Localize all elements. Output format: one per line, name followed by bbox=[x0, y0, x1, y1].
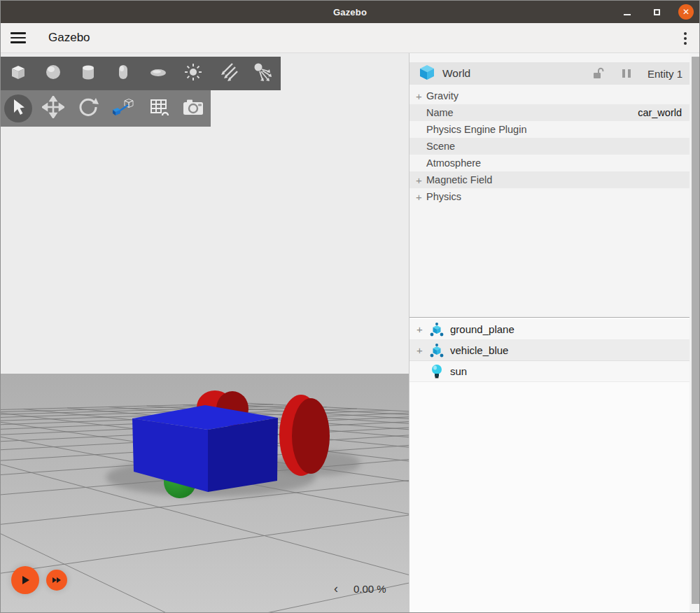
expand-plus-icon[interactable]: + bbox=[416, 344, 428, 356]
hamburger-icon bbox=[10, 32, 26, 34]
property-row: Scene bbox=[410, 138, 690, 155]
hamburger-menu-button[interactable] bbox=[10, 29, 29, 47]
property-label: Physics Engine Plugin bbox=[426, 124, 690, 135]
close-button[interactable]: ✕ bbox=[678, 4, 694, 20]
directional-light-tool-button[interactable] bbox=[211, 58, 246, 89]
spot-light-tool-button[interactable] bbox=[246, 58, 281, 89]
entity-label: ground_plane bbox=[450, 323, 514, 335]
property-label: Gravity bbox=[426, 90, 690, 101]
select-tool-button[interactable] bbox=[1, 93, 36, 124]
sphere-icon bbox=[43, 62, 64, 85]
property-row: +Physics bbox=[410, 188, 690, 205]
cylinder-tool-button[interactable] bbox=[71, 58, 106, 89]
entity-count-label: Entity 1 bbox=[648, 68, 682, 80]
property-list: +GravityNamecar_worldPhysics Engine Plug… bbox=[410, 87, 690, 205]
property-row: Namecar_world bbox=[410, 104, 690, 121]
step-button[interactable] bbox=[46, 570, 67, 591]
entity-label: vehicle_blue bbox=[450, 344, 508, 356]
rtf-indicator: ‹ 0.00 % bbox=[334, 582, 386, 595]
property-label: Name bbox=[426, 107, 638, 118]
select-icon bbox=[8, 97, 29, 120]
model-icon bbox=[428, 343, 446, 358]
spot-light-icon bbox=[251, 61, 275, 86]
titlebar: Gazebo ✕ bbox=[1, 1, 699, 23]
scene-3d-canvas[interactable] bbox=[1, 53, 409, 613]
shapes-toolbar bbox=[1, 57, 281, 90]
rotate-tool-button[interactable] bbox=[71, 93, 106, 124]
expand-plus-icon[interactable]: + bbox=[416, 191, 426, 203]
entity-tree-item-ground_plane[interactable]: +ground_plane bbox=[410, 319, 690, 340]
maximize-icon bbox=[654, 9, 660, 15]
light-bulb-icon bbox=[428, 363, 446, 380]
unlock-icon[interactable] bbox=[592, 66, 606, 80]
expand-plus-icon[interactable]: + bbox=[416, 90, 426, 102]
grid-icon bbox=[147, 96, 169, 121]
entity-tree: +ground_plane+vehicle_bluesun bbox=[410, 317, 690, 613]
screenshot-tool-button[interactable] bbox=[176, 93, 211, 124]
capsule-tool-button[interactable] bbox=[106, 58, 141, 89]
menubar: Gazebo bbox=[1, 23, 699, 53]
directional-light-icon bbox=[217, 61, 239, 86]
cylinder-icon bbox=[78, 62, 99, 85]
property-label: Atmosphere bbox=[426, 157, 690, 169]
minimize-icon bbox=[624, 14, 631, 15]
property-row: +Magnetic Field bbox=[410, 171, 690, 188]
scrollbar-thumb[interactable] bbox=[692, 57, 700, 604]
window-title: Gazebo bbox=[333, 7, 367, 17]
entity-label: sun bbox=[450, 365, 467, 377]
point-light-tool-button[interactable] bbox=[176, 58, 211, 89]
pause-icon[interactable] bbox=[621, 68, 632, 79]
ellipsoid-tool-button[interactable] bbox=[141, 58, 176, 89]
ellipsoid-icon bbox=[148, 62, 169, 85]
entity-tree-item-sun[interactable]: sun bbox=[410, 361, 690, 382]
inspector-title: World bbox=[442, 67, 592, 80]
chevron-left-icon[interactable]: ‹ bbox=[334, 582, 338, 595]
kebab-menu-button[interactable] bbox=[684, 23, 687, 53]
property-value: car_world bbox=[638, 107, 682, 118]
gazebo-window: Gazebo ✕ Gazebo bbox=[0, 0, 700, 613]
transform-toolbar bbox=[1, 90, 211, 127]
translate-icon bbox=[42, 96, 64, 121]
translate-tool-button[interactable] bbox=[36, 93, 71, 124]
app-title: Gazebo bbox=[48, 31, 90, 45]
kebab-icon bbox=[684, 32, 687, 35]
property-row: +Gravity bbox=[410, 87, 690, 104]
step-icon bbox=[52, 577, 62, 584]
world-panel: World Entity 1 +GravityNamecar_worldPhys… bbox=[409, 53, 690, 613]
play-icon bbox=[20, 575, 31, 586]
snap-icon bbox=[111, 96, 135, 121]
expand-plus-icon[interactable]: + bbox=[416, 323, 428, 335]
property-row: Atmosphere bbox=[410, 155, 690, 171]
box-icon bbox=[8, 62, 29, 85]
rotate-icon bbox=[77, 96, 99, 121]
entity-tree-item-vehicle_blue[interactable]: +vehicle_blue bbox=[410, 340, 690, 361]
property-label: Magnetic Field bbox=[426, 174, 690, 185]
property-row: Physics Engine Plugin bbox=[410, 121, 690, 138]
sphere-tool-button[interactable] bbox=[36, 58, 71, 89]
component-inspector-header: World Entity 1 bbox=[410, 62, 690, 85]
playback-controls bbox=[11, 566, 67, 594]
property-label: Scene bbox=[426, 141, 690, 152]
model-icon bbox=[428, 322, 446, 337]
maximize-button[interactable] bbox=[649, 4, 664, 20]
grid-tool-button[interactable] bbox=[141, 93, 176, 124]
render-viewport[interactable]: ‹ 0.00 % bbox=[1, 53, 409, 613]
rtf-value: 0.00 % bbox=[354, 583, 386, 595]
minimize-button[interactable] bbox=[620, 4, 635, 20]
expand-plus-icon[interactable]: + bbox=[416, 174, 426, 186]
box-tool-button[interactable] bbox=[1, 58, 36, 89]
play-button[interactable] bbox=[11, 566, 39, 594]
property-label: Physics bbox=[426, 191, 690, 202]
world-cube-icon bbox=[419, 64, 435, 83]
capsule-icon bbox=[113, 62, 134, 85]
point-light-icon bbox=[182, 61, 204, 86]
screenshot-icon bbox=[181, 97, 205, 120]
panel-scrollbar bbox=[690, 53, 700, 613]
snap-tool-button[interactable] bbox=[106, 93, 141, 124]
